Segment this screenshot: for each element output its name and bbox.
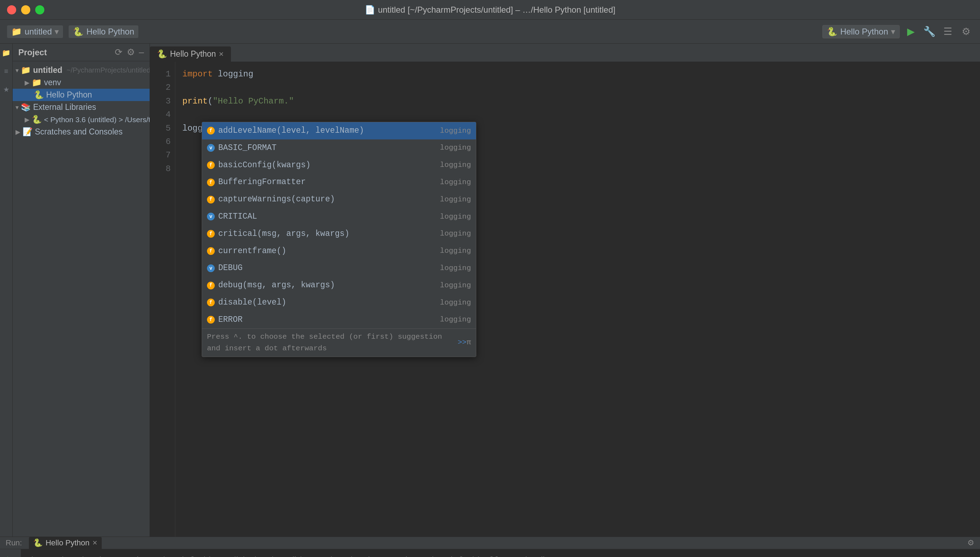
run-tab-close[interactable]: ✕ (92, 539, 98, 547)
ac-source-7: logging (440, 245, 471, 257)
tree-label-external-libs: External Libraries (33, 103, 96, 112)
project-icon[interactable]: 📁 (1, 47, 12, 59)
left-icon-sidebar: 📁 ≡ ★ (0, 44, 13, 537)
project-selector[interactable]: 📁 untitled ▾ (7, 25, 63, 38)
ac-source-9: logging (440, 280, 471, 292)
ac-source-1: logging (440, 142, 471, 154)
py36-arrow: ▶ (24, 116, 29, 124)
ac-item-7[interactable]: f currentframe() logging (202, 243, 476, 260)
venv-arrow: ▶ (24, 79, 29, 86)
tree-label-hello-python: Hello Python (46, 90, 92, 99)
ac-footer-text: Press ^. to choose the selected (or firs… (207, 331, 458, 355)
ac-icon-9: f (207, 282, 215, 290)
run-tab-label: Hello Python (46, 538, 89, 547)
ac-source-3: logging (440, 176, 471, 188)
file-icon: 📄 (365, 5, 375, 15)
project-panel: Project ⟳ ⚙ – ▾ 📁 untitled ~/PycharmProj… (13, 44, 150, 537)
tab-python-icon: 🐍 (157, 49, 167, 59)
ac-source-8: logging (440, 262, 471, 274)
settings-icon-toolbar[interactable]: ⚙ (959, 24, 973, 39)
window-title: 📄 untitled [~/PycharmProjects/untitled] … (365, 5, 615, 15)
tree-item-untitled[interactable]: ▾ 📁 untitled ~/PycharmProjects/untitled (13, 64, 150, 77)
code-line-2 (182, 81, 966, 94)
editor-scrollbar[interactable] (973, 62, 980, 537)
tree-item-hello-python[interactable]: 🐍 Hello Python (13, 89, 150, 101)
editor-tabs: 🐍 Hello Python ✕ (150, 44, 980, 62)
tree-label-python36: < Python 3.6 (untitled) > /Users/tom/Pyc… (44, 116, 150, 124)
tree-path-untitled: ~/PycharmProjects/untitled (67, 66, 150, 74)
run-again-button[interactable]: ▶ (4, 553, 17, 557)
ac-name-11: ERROR (218, 313, 437, 326)
code-editor[interactable]: 1 2 3 4 5 6 7 8 import logging print("He… (150, 62, 980, 537)
run-config-chevron: ▾ (891, 27, 895, 37)
editor-area: 🐍 Hello Python ✕ 1 2 3 4 5 6 7 8 import … (150, 44, 980, 537)
ac-item-11[interactable]: f ERROR logging (202, 311, 476, 329)
close-button[interactable] (7, 5, 16, 15)
editor-tab-hello-python[interactable]: 🐍 Hello Python ✕ (150, 46, 231, 62)
ac-item-0[interactable]: f addLevelName(level, levelName) logging (202, 122, 476, 139)
ac-icon-0: f (207, 127, 215, 135)
ac-name-2: basicConfig(kwargs) (218, 159, 437, 172)
titlebar: 📄 untitled [~/PycharmProjects/untitled] … (0, 0, 980, 20)
ac-source-2: logging (440, 159, 471, 171)
ac-item-5[interactable]: v CRITICAL logging (202, 208, 476, 225)
run-config-label: Hello Python (840, 27, 888, 37)
run-button[interactable]: ▶ (904, 24, 918, 39)
maximize-button[interactable] (35, 5, 44, 15)
ac-icon-8: v (207, 264, 215, 272)
ac-item-2[interactable]: f basicConfig(kwargs) logging (202, 157, 476, 174)
ac-icon-3: f (207, 179, 215, 186)
ac-item-9[interactable]: f debug(msg, args, kwargs) logging (202, 277, 476, 294)
tree-item-external-libs[interactable]: ▾ 📚 External Libraries (13, 101, 150, 113)
autocomplete-footer: Press ^. to choose the selected (or firs… (202, 329, 476, 357)
build-button[interactable]: 🔧 (922, 24, 936, 39)
sync-icon[interactable]: ⟳ (115, 47, 122, 58)
bottom-content: ▶ ■ ▲ ▼ ⏸ ↩ ☰ 📌 🖨 🗑 /Users/tom/PycharmPr… (0, 549, 980, 557)
run-controls: ▶ ■ ▲ ▼ ⏸ ↩ ☰ 📌 🖨 🗑 (0, 549, 21, 557)
ac-icon-2: f (207, 161, 215, 169)
ac-source-10: logging (440, 297, 471, 309)
ac-item-10[interactable]: f disable(level) logging (202, 294, 476, 311)
ac-item-6[interactable]: f critical(msg, args, kwargs) logging (202, 225, 476, 243)
run-label: Run: (6, 538, 22, 547)
tree-label-scratches: Scratches and Consoles (35, 127, 122, 137)
tree-label-untitled: untitled (33, 65, 62, 75)
tree-item-python36[interactable]: ▶ 🐍 < Python 3.6 (untitled) > /Users/tom… (13, 113, 150, 126)
code-line-4 (182, 108, 966, 122)
python-file-icon: 🐍 (73, 27, 83, 37)
minimize-button[interactable] (21, 5, 30, 15)
ac-footer-link[interactable]: >> (458, 337, 466, 349)
tree-item-scratches[interactable]: ▶ 📝 Scratches and Consoles (13, 126, 150, 138)
coverage-button[interactable]: ☰ (941, 24, 955, 39)
ac-item-1[interactable]: v BASIC_FORMAT logging (202, 139, 476, 157)
ac-item-3[interactable]: f BufferingFormatter logging (202, 174, 476, 191)
ac-item-8[interactable]: v DEBUG logging (202, 259, 476, 277)
scratches-icon: 📝 (23, 127, 33, 137)
autocomplete-dropdown[interactable]: f addLevelName(level, levelName) logging… (202, 122, 476, 357)
main-layout: 📁 ≡ ★ Project ⟳ ⚙ – ▾ 📁 untitled ~/Pycha… (0, 44, 980, 537)
run-settings-icon[interactable]: ⚙ (967, 538, 974, 547)
run-tab-active[interactable]: 🐍 Hello Python ✕ (29, 537, 102, 549)
tab-close-icon[interactable]: ✕ (219, 50, 224, 58)
collapse-icon[interactable]: – (139, 47, 144, 58)
ac-source-6: logging (440, 228, 471, 240)
ac-icon-10: f (207, 298, 215, 306)
ac-name-5: CRITICAL (218, 210, 437, 223)
tree-item-venv[interactable]: ▶ 📁 venv (13, 77, 150, 89)
ac-name-1: BASIC_FORMAT (218, 142, 437, 155)
bottom-tabs: Run: 🐍 Hello Python ✕ ⚙ (0, 537, 980, 549)
filter-icon[interactable]: ⚙ (127, 47, 135, 58)
favorites-icon[interactable]: ★ (1, 84, 12, 95)
structure-icon[interactable]: ≡ (1, 65, 12, 77)
ac-icon-5: v (207, 213, 215, 220)
ac-item-4[interactable]: f captureWarnings(capture) logging (202, 191, 476, 208)
code-content[interactable]: import logging print("Hello PyCharm." lo… (175, 62, 973, 537)
toolbar-file-name: Hello Python (86, 27, 134, 37)
project-header-icons: ⟳ ⚙ – (115, 47, 144, 58)
dropdown-icon: ▾ (55, 27, 59, 37)
code-line-3: print("Hello PyCharm." (182, 95, 966, 108)
run-tab-icon: 🐍 (33, 538, 42, 547)
run-config-dropdown[interactable]: 🐍 Hello Python ▾ (822, 25, 900, 38)
python-file-icon-tree: 🐍 (34, 90, 44, 99)
hello-python-toolbar-tab[interactable]: 🐍 Hello Python (69, 25, 138, 38)
